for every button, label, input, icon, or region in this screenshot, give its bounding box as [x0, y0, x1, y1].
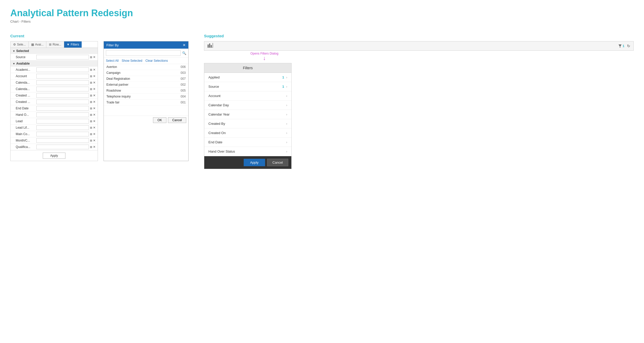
filter-indicator[interactable]: 1 [618, 44, 624, 48]
modal-list: Averton 006 Campaign 003 Deal Registrati… [104, 64, 188, 116]
item-12-remove-icon[interactable]: ✕ [93, 145, 96, 149]
item-1-input[interactable] [36, 74, 89, 78]
filters-dialog-item-source[interactable]: Source 1 › [204, 82, 291, 91]
filters-dialog-item-hand-over[interactable]: Hand Over Status › [204, 147, 291, 156]
filters-dialog-item-created-on[interactable]: Created On › [204, 128, 291, 138]
item-12-edit-icon[interactable]: ⊞ [90, 145, 92, 149]
item-11-remove-icon[interactable]: ✕ [93, 139, 96, 142]
modal-item-0[interactable]: Averton 006 [104, 64, 188, 70]
item-11-input[interactable] [36, 138, 89, 143]
source-label: Source [16, 55, 36, 59]
filters-apply-button[interactable]: Apply [244, 159, 265, 166]
item-9-input[interactable] [36, 125, 89, 130]
filter-item-3: Calenda... ⊞ ✕ [11, 86, 98, 92]
filter-item-6: End Date ⊞ ✕ [11, 105, 98, 112]
current-apply-button[interactable]: Apply [43, 153, 65, 159]
item-3-input[interactable] [36, 87, 89, 91]
item-9-remove-icon[interactable]: ✕ [93, 126, 96, 129]
item-4-remove-icon[interactable]: ✕ [93, 94, 96, 97]
filters-tab[interactable]: ▼ Filters [64, 41, 82, 48]
item-7-remove-icon[interactable]: ✕ [93, 113, 96, 117]
item-5-label: Created ... [16, 100, 36, 104]
select-tab-label: Sele... [17, 43, 26, 46]
modal-item-5[interactable]: Telephone inquiry 004 [104, 94, 188, 100]
item-6-remove-icon[interactable]: ✕ [93, 107, 96, 110]
modal-item-3[interactable]: External partner 002 [104, 82, 188, 88]
item-2-edit-icon[interactable]: ⊞ [90, 81, 92, 84]
created-by-label: Created By [208, 122, 225, 126]
item-0-remove-icon[interactable]: ✕ [93, 68, 96, 72]
item-4-edit-icon[interactable]: ⊞ [90, 94, 92, 97]
rows-tab-label: Row... [53, 43, 61, 46]
filters-dialog-item-calendar-year[interactable]: Calendar Year › [204, 110, 291, 119]
select-tab[interactable]: ⚙ Sele... [11, 41, 29, 48]
source-filter-label: Source [208, 85, 219, 89]
item-8-input[interactable] [36, 119, 89, 124]
item-5-remove-icon[interactable]: ✕ [93, 100, 96, 104]
rows-tab[interactable]: ⊞ Row... [46, 41, 64, 48]
item-8-edit-icon[interactable]: ⊞ [90, 120, 92, 123]
filters-dialog-item-calendar-day[interactable]: Calendar Day › [204, 101, 291, 110]
svg-rect-0 [208, 45, 209, 48]
applied-right: 1 › [282, 75, 287, 79]
modal-item-4[interactable]: Roadshow 005 [104, 88, 188, 94]
item-0-input[interactable] [36, 67, 89, 72]
item-3-remove-icon[interactable]: ✕ [93, 87, 96, 91]
refresh-icon[interactable]: ↻ [627, 44, 630, 48]
item-2-input[interactable] [36, 80, 89, 85]
item-3-edit-icon[interactable]: ⊞ [90, 87, 92, 91]
item-4-input[interactable] [36, 93, 89, 98]
filters-dialog-item-applied[interactable]: Applied 1 › [204, 73, 291, 82]
suggested-section-title: Suggested [204, 34, 634, 38]
modal-search-input[interactable] [106, 50, 181, 56]
modal-ok-button[interactable]: OK [153, 117, 166, 123]
selected-arrow: ▼ [13, 50, 15, 52]
item-0-edit-icon[interactable]: ⊞ [90, 68, 92, 72]
show-selected-link[interactable]: Show Selected [122, 59, 142, 63]
item-9-edit-icon[interactable]: ⊞ [90, 126, 92, 129]
item-5-edit-icon[interactable]: ⊞ [90, 100, 92, 104]
item-8-icons: ⊞ ✕ [90, 119, 96, 123]
item-10-remove-icon[interactable]: ✕ [93, 132, 96, 136]
select-all-link[interactable]: Select All [106, 59, 118, 63]
page-title: Analytical Pattern Redesign [10, 8, 634, 19]
item-6-edit-icon[interactable]: ⊞ [90, 107, 92, 110]
item-12-icons: ⊞ ✕ [90, 145, 96, 149]
item-8-remove-icon[interactable]: ✕ [93, 119, 96, 123]
source-input[interactable] [36, 55, 89, 59]
filters-dialog-item-account[interactable]: Account › [204, 91, 291, 101]
item-6-input[interactable] [36, 106, 89, 111]
source-icons: ⊞ ✕ [90, 55, 96, 59]
item-7-edit-icon[interactable]: ⊞ [90, 113, 92, 117]
available-tab[interactable]: ▦ Avai... [29, 41, 46, 48]
clear-selections-link[interactable]: Clear Selections [145, 59, 168, 63]
item-10-edit-icon[interactable]: ⊞ [90, 133, 92, 136]
modal-item-1[interactable]: Campaign 003 [104, 70, 188, 76]
item-1-remove-icon[interactable]: ✕ [93, 74, 96, 78]
item-11-edit-icon[interactable]: ⊞ [90, 139, 92, 142]
source-edit-icon[interactable]: ⊞ [90, 56, 92, 59]
modal-close-icon[interactable]: ✕ [183, 43, 186, 47]
created-on-label: Created On [208, 131, 226, 135]
filters-dialog-item-created-by[interactable]: Created By › [204, 119, 291, 128]
source-remove-icon[interactable]: ✕ [93, 55, 96, 59]
filters-dialog-item-end-date[interactable]: End Date › [204, 138, 291, 147]
modal-item-4-name: Roadshow [106, 89, 121, 92]
item-8-label: Lead [16, 119, 36, 123]
modal-item-0-name: Averton [106, 65, 117, 69]
item-7-input[interactable] [36, 112, 89, 117]
modal-cancel-button[interactable]: Cancel [168, 117, 186, 123]
modal-links: Select All Show Selected Clear Selection… [104, 58, 188, 64]
item-5-input[interactable] [36, 100, 89, 104]
item-2-remove-icon[interactable]: ✕ [93, 81, 96, 84]
item-11-icons: ⊞ ✕ [90, 139, 96, 142]
filters-cancel-button[interactable]: Cancel [267, 159, 288, 166]
modal-item-2[interactable]: Deal Registration 007 [104, 76, 188, 82]
item-10-input[interactable] [36, 132, 89, 136]
item-12-input[interactable] [36, 145, 89, 149]
hand-over-chevron-icon: › [286, 150, 287, 153]
modal-item-1-name: Campaign [106, 71, 121, 75]
item-1-edit-icon[interactable]: ⊞ [90, 75, 92, 78]
modal-item-6[interactable]: Trade fair 001 [104, 100, 188, 105]
created-by-right: › [286, 122, 287, 126]
